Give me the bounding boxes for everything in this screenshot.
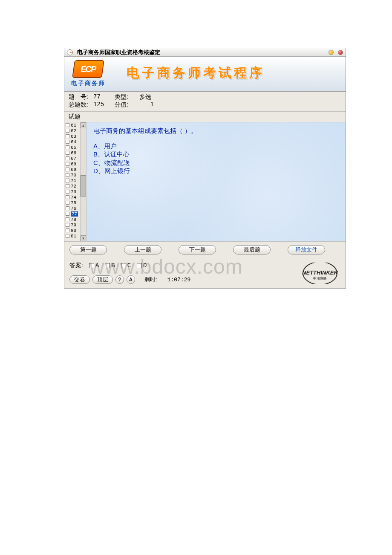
list-item[interactable]: 62 (64, 128, 80, 133)
qnum-value: 77 (93, 93, 115, 101)
checkbox-icon (66, 201, 69, 205)
checkbox-icon (66, 134, 69, 138)
question-number: 61 (71, 123, 76, 128)
clock-icon (67, 49, 73, 55)
list-item[interactable]: 77 (64, 211, 80, 217)
checkbox-icon (66, 184, 69, 188)
logo-icon: ECP (72, 60, 104, 78)
window-controls (329, 50, 343, 55)
next-button[interactable]: 下一题 (179, 245, 216, 254)
checkbox-icon (66, 162, 69, 166)
answer-checkbox-d[interactable]: D (137, 262, 147, 269)
question-option: D、网上银行 (93, 167, 339, 175)
total-label: 总题数: (69, 101, 93, 109)
list-item[interactable]: 70 (64, 172, 80, 178)
close-button[interactable] (338, 50, 343, 55)
total-value: 125 (93, 101, 115, 109)
list-item[interactable]: 64 (64, 139, 80, 145)
submit-button[interactable]: 交卷 (69, 275, 90, 284)
list-item[interactable]: 68 (64, 161, 80, 167)
score-value: 1 (139, 101, 156, 109)
logo: ECP 电子商务师 (71, 60, 105, 87)
answer-options: A B C D (89, 262, 147, 269)
scroll-track[interactable] (81, 128, 86, 235)
checkbox-icon (66, 168, 69, 171)
question-number: 69 (71, 167, 76, 172)
checkbox-icon (66, 145, 69, 149)
list-item[interactable]: 80 (64, 228, 80, 233)
help-button[interactable]: ? (115, 275, 124, 284)
list-item[interactable]: 67 (64, 156, 80, 161)
list-item[interactable]: 71 (64, 178, 80, 183)
list-item[interactable]: 72 (64, 183, 80, 189)
first-button[interactable]: 第一题 (69, 245, 107, 254)
checkbox-icon (137, 263, 142, 268)
info-row: 题 号: 77 类型: 多选 总题数: 125 分值: 1 (64, 92, 346, 111)
window-title: 电子商务师国家职业资格考核鉴定 (75, 49, 326, 56)
scrollbar[interactable]: ▲ ▼ (80, 122, 86, 241)
checkbox-icon (121, 263, 126, 268)
list-item[interactable]: 66 (64, 150, 80, 156)
question-number: 79 (71, 223, 76, 228)
question-body: 电子商务的基本组成要素包括（ ）。 A、用户 B、认证中心 C、物流配送 D、网… (86, 122, 346, 241)
nav-row: 第一题 上一题 下一题 最后题 释放文件 (64, 242, 346, 258)
question-number: 62 (71, 128, 76, 133)
checkbox-icon (66, 228, 69, 232)
question-number: 67 (71, 156, 76, 161)
top-button[interactable]: 顶层 (92, 275, 113, 284)
checkbox-icon (66, 206, 69, 210)
list-item[interactable]: 63 (64, 133, 80, 139)
question-number: 71 (71, 178, 76, 183)
checkbox-icon (105, 263, 110, 268)
scroll-thumb[interactable] (81, 175, 86, 197)
question-stem: 电子商务的基本组成要素包括（ ）。 (93, 127, 339, 135)
list-item[interactable]: 79 (64, 222, 80, 228)
content-row: 6162636465666768697071727374757677787980… (64, 122, 346, 242)
checkbox-icon (66, 195, 69, 199)
minimize-button[interactable] (329, 50, 334, 55)
list-item[interactable]: 74 (64, 194, 80, 200)
title-bar: 电子商务师国家职业资格考核鉴定 (64, 48, 346, 57)
answer-checkbox-a[interactable]: A (89, 262, 99, 269)
checkbox-icon (66, 223, 69, 227)
last-button[interactable]: 最后题 (233, 245, 271, 254)
list-item[interactable]: 61 (64, 122, 80, 128)
brand-sub: 中鸿网略 (313, 277, 327, 280)
question-number: 80 (71, 228, 76, 233)
release-file-button[interactable]: 释放文件 (288, 245, 325, 254)
list-item[interactable]: 78 (64, 217, 80, 222)
question-number: 77 (71, 211, 78, 217)
question-number: 73 (71, 189, 76, 194)
checkbox-icon (66, 123, 69, 127)
list-item[interactable]: 73 (64, 189, 80, 194)
question-number: 78 (71, 217, 76, 222)
answer-checkbox-b[interactable]: B (105, 262, 115, 269)
prev-button[interactable]: 上一题 (124, 245, 161, 254)
a-button[interactable]: A (127, 275, 135, 284)
question-number: 76 (71, 206, 76, 211)
question-number: 63 (71, 134, 76, 139)
list-item[interactable]: 69 (64, 167, 80, 172)
question-option: A、用户 (93, 142, 339, 150)
banner: ECP 电子商务师 电子商务师考试程序 (64, 57, 346, 92)
question-number: 68 (71, 162, 76, 167)
scroll-down-icon[interactable]: ▼ (81, 235, 86, 241)
question-number: 64 (71, 139, 76, 145)
checkbox-icon (66, 217, 69, 221)
list-item[interactable]: 75 (64, 200, 80, 205)
time-label: 剩时: (144, 276, 157, 283)
list-item[interactable]: 76 (64, 205, 80, 211)
logo-subtitle: 电子商务师 (71, 80, 105, 87)
answer-label: 答案: (69, 262, 83, 269)
brand-name: NETTHINKER (302, 269, 338, 276)
checkbox-icon (66, 129, 69, 133)
question-number: 81 (71, 234, 76, 239)
question-number: 74 (71, 195, 76, 200)
list-item[interactable]: 81 (64, 233, 80, 239)
answer-checkbox-c[interactable]: C (121, 262, 131, 269)
list-item[interactable]: 65 (64, 145, 80, 150)
question-list-items[interactable]: 6162636465666768697071727374757677787980… (64, 122, 80, 241)
scroll-up-icon[interactable]: ▲ (81, 122, 86, 128)
checkbox-icon (89, 263, 94, 268)
question-option: C、物流配送 (93, 159, 339, 167)
